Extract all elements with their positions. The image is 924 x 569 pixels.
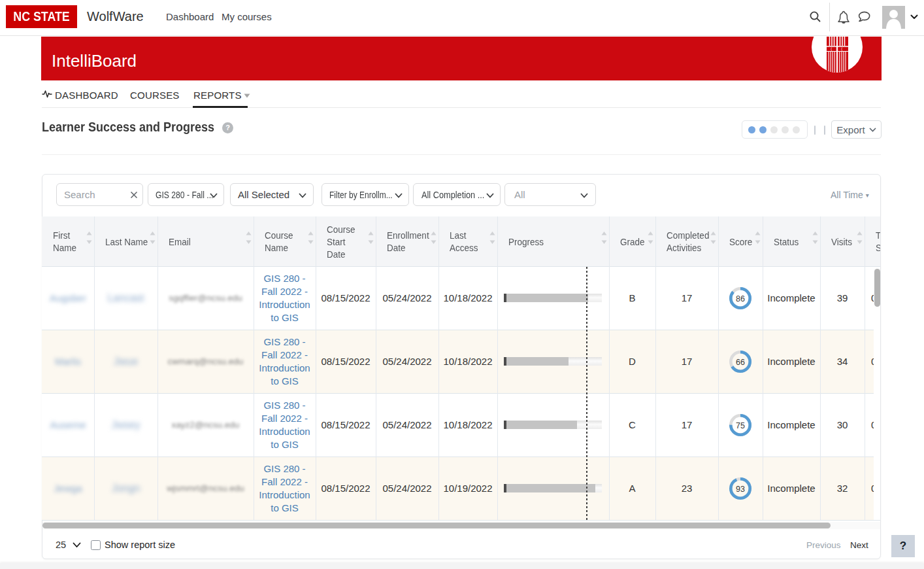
svg-text:⟨: ⟨ [841, 47, 842, 51]
svg-text:75: 75 [736, 421, 745, 430]
svg-text:66: 66 [736, 357, 745, 366]
svg-text:⟨: ⟨ [831, 47, 832, 51]
svg-text:93: 93 [736, 484, 745, 493]
svg-text:86: 86 [736, 294, 745, 303]
